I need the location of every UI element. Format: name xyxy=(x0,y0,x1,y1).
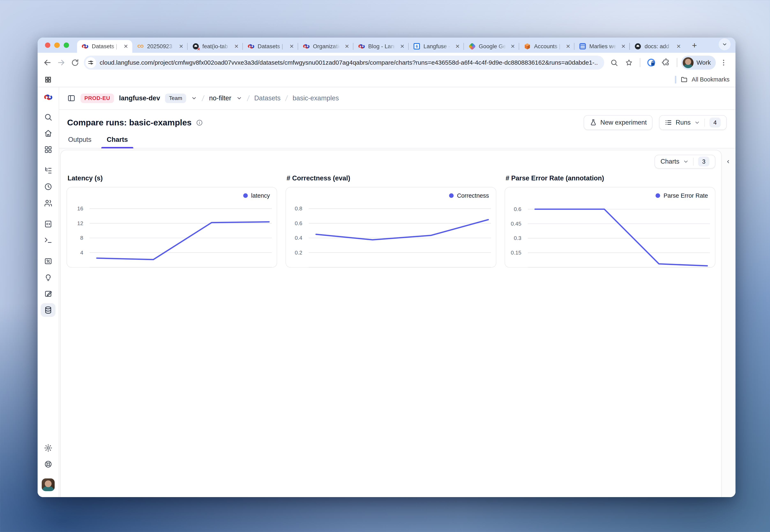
sidebar-item-sessions[interactable] xyxy=(41,180,55,194)
tab-close-icon[interactable]: ✕ xyxy=(398,42,406,50)
sidebar-toggle-icon[interactable] xyxy=(67,94,76,102)
breadcrumb-datasets-link[interactable]: Datasets xyxy=(254,94,281,102)
apps-grid-icon[interactable] xyxy=(44,76,52,83)
browser-menu-kebab-icon[interactable] xyxy=(717,56,731,69)
sidebar-item-insights[interactable] xyxy=(41,271,55,284)
sidebar-item-settings[interactable] xyxy=(41,441,55,455)
project-switcher-chevron-icon[interactable] xyxy=(236,95,242,101)
tab-close-icon[interactable]: ✕ xyxy=(675,42,683,50)
tab-close-icon[interactable]: ✕ xyxy=(564,42,572,50)
profile-name: Work xyxy=(697,59,711,66)
tab-search-chevron-icon[interactable] xyxy=(719,38,731,50)
tab-close-icon[interactable]: ✕ xyxy=(454,42,461,50)
langfuse-favicon xyxy=(303,43,310,50)
browser-tab-datasets-2[interactable]: Datasets | L ✕ xyxy=(243,40,298,53)
url-text: cloud.langfuse.com/project/cmfwgv8fx002o… xyxy=(100,59,598,66)
user-avatar[interactable] xyxy=(42,478,54,491)
zoom-page-icon[interactable] xyxy=(607,56,621,69)
extensions-puzzle-icon[interactable] xyxy=(659,56,673,69)
browser-tab-github-docs[interactable]: docs: add ✕ xyxy=(630,40,685,53)
browser-tab-blog[interactable]: Blog - Lang ✕ xyxy=(353,40,409,53)
browser-tab-20250923[interactable]: CO 20250923 ✕ xyxy=(132,40,187,53)
breadcrumb-org[interactable]: langfuse-dev xyxy=(119,94,160,102)
tab-close-icon[interactable]: ✕ xyxy=(620,42,627,50)
browser-toolbar: cloud.langfuse.com/project/cmfwgv8fx002o… xyxy=(38,53,736,72)
minimize-window-button[interactable] xyxy=(54,42,60,48)
desktop-wallpaper: Datasets | L ✕ CO 20250923 ✕ ✕ feat(io-t… xyxy=(0,0,770,532)
close-window-button[interactable] xyxy=(45,42,50,48)
org-switcher-chevron-icon[interactable] xyxy=(191,95,197,101)
view-tabs: Outputs Charts xyxy=(59,132,736,148)
tab-list: Datasets | L ✕ CO 20250923 ✕ ✕ feat(io-t… xyxy=(77,38,685,53)
browser-tab-organization[interactable]: Organizatio ✕ xyxy=(298,40,353,53)
collapse-panel-chevron-icon[interactable] xyxy=(723,156,733,167)
all-bookmarks[interactable]: All Bookmarks xyxy=(675,76,730,84)
tab-outputs[interactable]: Outputs xyxy=(67,135,92,148)
chart-title: # Parse Error Rate (annotation) xyxy=(505,174,715,182)
sidebar-item-dashboards[interactable] xyxy=(41,143,55,156)
chart-latency: Latency (s) latency 161284 xyxy=(67,171,277,268)
sidebar-item-prompts[interactable] xyxy=(41,217,55,231)
bookmark-star-icon[interactable] xyxy=(622,56,636,69)
forward-button[interactable] xyxy=(54,56,68,69)
back-button[interactable] xyxy=(40,56,54,69)
reload-button[interactable] xyxy=(68,56,82,69)
list-icon xyxy=(665,119,672,126)
browser-tab-calendar[interactable]: 6 Langfuse - ✕ xyxy=(409,40,464,53)
breadcrumb-dataset-name[interactable]: basic-examples xyxy=(293,94,339,102)
new-tab-button[interactable]: + xyxy=(688,39,701,52)
tab-close-icon[interactable]: ✕ xyxy=(122,42,130,50)
tab-close-icon[interactable]: ✕ xyxy=(343,42,351,50)
tab-charts[interactable]: Charts xyxy=(106,135,129,148)
tab-close-icon[interactable]: ✕ xyxy=(177,42,185,50)
sidebar-item-home[interactable] xyxy=(41,126,55,140)
tab-close-icon[interactable]: ✕ xyxy=(288,42,296,50)
app-sidebar xyxy=(38,87,59,497)
google-calendar-favicon: 6 xyxy=(413,43,421,50)
github-favicon xyxy=(634,43,642,50)
runs-selector-button[interactable]: Runs 4 xyxy=(659,115,727,130)
chart-legend: Correctness xyxy=(449,192,489,199)
browser-tab-gemini[interactable]: Google Ger ✕ xyxy=(464,40,519,53)
maximize-window-button[interactable] xyxy=(64,42,69,48)
browser-tab-marlies[interactable]: Marlies we ✕ xyxy=(574,40,630,53)
new-experiment-button[interactable]: New experiment xyxy=(584,115,653,130)
sidebar-item-users[interactable] xyxy=(41,196,55,210)
sidebar-item-tracing[interactable] xyxy=(41,164,55,177)
langfuse-logo[interactable] xyxy=(44,93,53,102)
chart-title: Latency (s) xyxy=(68,174,277,182)
password-extension-icon[interactable] xyxy=(644,56,658,69)
breadcrumb-project[interactable]: no-filter xyxy=(209,94,231,102)
sidebar-item-support[interactable] xyxy=(41,457,55,471)
legend-label: latency xyxy=(251,192,270,199)
tab-close-icon[interactable]: ✕ xyxy=(233,42,240,50)
window-controls xyxy=(38,38,77,53)
url-address-bar[interactable]: cloud.langfuse.com/project/cmfwgv8fx002o… xyxy=(84,56,604,69)
sidebar-item-playground[interactable] xyxy=(41,233,55,247)
colab-favicon: CO xyxy=(137,43,144,50)
chart-legend: latency xyxy=(243,192,270,199)
charts-selector-button[interactable]: Charts 3 xyxy=(655,155,715,169)
sidebar-item-evaluation[interactable] xyxy=(41,254,55,268)
site-settings-tune-icon[interactable] xyxy=(85,57,96,68)
tab-close-icon[interactable]: ✕ xyxy=(509,42,517,50)
langfuse-favicon xyxy=(358,43,365,50)
environment-badge[interactable]: PROD-EU xyxy=(80,94,114,103)
browser-tab-github-pr[interactable]: ✕ feat(io-tab ✕ xyxy=(187,40,243,53)
browser-tab-strip: Datasets | L ✕ CO 20250923 ✕ ✕ feat(io-t… xyxy=(38,38,736,53)
sidebar-item-search[interactable] xyxy=(41,110,55,124)
org-type-badge[interactable]: Team xyxy=(165,94,186,103)
chart-plot-area: latency 161284 xyxy=(67,187,277,268)
bookmarks-bar: All Bookmarks xyxy=(38,72,736,87)
breadcrumb: PROD-EU langfuse-dev Team / no-filter / … xyxy=(59,87,736,110)
info-icon[interactable] xyxy=(196,119,203,126)
browser-profile-chip[interactable]: Work xyxy=(681,56,716,69)
browser-tab-accounts[interactable]: Accounts | ✕ xyxy=(519,40,574,53)
langfuse-favicon xyxy=(81,43,89,50)
sidebar-item-annotation-queues[interactable] xyxy=(41,287,55,301)
sidebar-item-datasets[interactable] xyxy=(41,303,55,317)
browser-tab-datasets-active[interactable]: Datasets | L ✕ xyxy=(77,40,132,53)
charts-panel-area: Charts 3 Latency (s) xyxy=(59,148,736,497)
legend-dot xyxy=(243,193,248,198)
line-chart-svg xyxy=(528,187,710,267)
